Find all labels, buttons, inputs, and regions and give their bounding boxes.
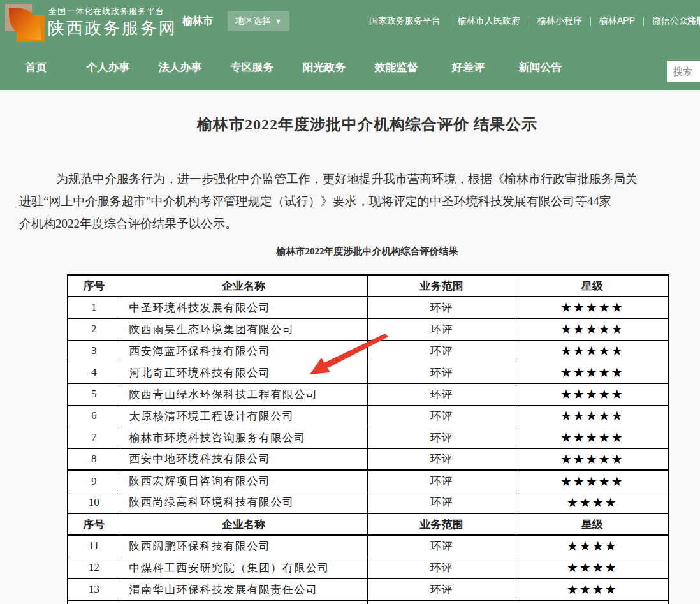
table-row: 6太原核清环境工程设计有限公司环评★★★★★ bbox=[68, 405, 669, 427]
star-rating: ★★★★ bbox=[516, 578, 669, 600]
nav-item[interactable]: 法人办事 bbox=[144, 60, 216, 75]
company-name: 陕西宏辉项目咨询有限公司 bbox=[120, 470, 367, 492]
row-number: 13 bbox=[68, 578, 120, 600]
header-link[interactable]: 榆林APP bbox=[591, 15, 643, 27]
star-rating: ★★★★★ bbox=[516, 297, 669, 318]
register-link[interactable]: 注册 bbox=[687, 15, 700, 27]
star-rating: ★★★★★ bbox=[516, 340, 669, 362]
table-row: 4河北奇正环境科技有限公司环评★★★★★ bbox=[68, 362, 669, 383]
business-scope: 环评 bbox=[367, 362, 516, 383]
header-links: 国家政务服务平台榆林市人民政府榆林小程序榆林APP微信公众号 bbox=[361, 15, 700, 27]
nav-item[interactable]: 好差评 bbox=[432, 60, 504, 75]
search-input[interactable] bbox=[667, 61, 700, 82]
main-nav: 首页个人办事法人办事专区服务阳光政务效能监督好差评新闻公告 bbox=[0, 45, 700, 90]
header-link[interactable]: 国家政务服务平台 bbox=[361, 15, 449, 27]
empty-cell bbox=[68, 600, 120, 604]
results-table-wrap: 序号企业名称业务范围星级1中圣环境科技发展有限公司环评★★★★★2陕西雨昊生态环… bbox=[67, 274, 669, 604]
business-scope: 环评 bbox=[367, 427, 516, 448]
company-name: 中煤科工西安研究院（集团）有限公司 bbox=[120, 557, 367, 578]
star-rating: ★★★★★ bbox=[516, 470, 669, 492]
header-link[interactable]: 榆林小程序 bbox=[529, 15, 590, 27]
table-row: 13渭南华山环保科技发展有限责任公司环评★★★★ bbox=[68, 578, 669, 600]
star-rating: ★★★★ bbox=[516, 535, 669, 557]
table-row: 2陕西雨昊生态环境集团有限公司环评★★★★★ bbox=[68, 318, 669, 340]
table-row: 10陕西尚绿高科环境科技有限公司环评★★★★ bbox=[68, 492, 669, 513]
region-selector-label: 地区选择 bbox=[235, 15, 271, 27]
company-name: 陕西阔鹏环保科技有限公司 bbox=[120, 535, 367, 557]
company-name: 陕西青山绿水环保科技工程有限公司 bbox=[120, 383, 367, 405]
company-name: 渭南华山环保科技发展有限责任公司 bbox=[120, 578, 367, 600]
row-number: 8 bbox=[68, 448, 120, 470]
chevron-down-icon: ▼ bbox=[275, 17, 282, 25]
header-link[interactable]: 榆林市人民政府 bbox=[449, 15, 529, 27]
company-name: 陕西雨昊生态环境集团有限公司 bbox=[120, 318, 367, 340]
nav-item[interactable]: 首页 bbox=[0, 60, 72, 75]
business-scope: 环评 bbox=[367, 405, 516, 427]
row-number: 5 bbox=[68, 383, 120, 405]
empty-cell bbox=[367, 600, 516, 604]
region-selector-button[interactable]: 地区选择 ▼ bbox=[228, 11, 289, 31]
paragraph-line: 进驻“网上中介服务超市”中介机构考评管理规定（试行）》要求，现将评定的中圣环境科… bbox=[19, 190, 700, 212]
column-header: 企业名称 bbox=[120, 275, 367, 297]
row-number: 1 bbox=[68, 297, 120, 318]
row-number: 4 bbox=[68, 362, 120, 383]
column-header: 序号 bbox=[68, 275, 120, 297]
row-number: 3 bbox=[68, 340, 120, 362]
star-rating: ★★★★★ bbox=[516, 448, 669, 470]
header-divider bbox=[170, 10, 170, 34]
column-header: 业务范围 bbox=[367, 513, 516, 535]
table-row: 9陕西宏辉项目咨询有限公司环评★★★★★ bbox=[68, 470, 669, 492]
row-number: 12 bbox=[68, 557, 120, 578]
star-rating: ★★★★★ bbox=[516, 405, 669, 427]
star-rating: ★★★★★ bbox=[516, 362, 669, 383]
top-header: 全国一体化在线政务服务平台 陕西政务服务网 榆林市 地区选择 ▼ 国家政务服务平… bbox=[0, 0, 700, 45]
star-rating: ★★★★ bbox=[516, 557, 669, 578]
business-scope: 环评 bbox=[367, 557, 516, 578]
business-scope: 环评 bbox=[367, 535, 516, 557]
table-header-row: 序号企业名称业务范围星级 bbox=[68, 275, 669, 297]
paragraph-line: 为规范中介服务行为，进一步强化中介监管工作，更好地提升我市营商环境，根据《榆林市… bbox=[19, 168, 700, 190]
row-number: 9 bbox=[68, 470, 120, 492]
nav-item[interactable]: 个人办事 bbox=[72, 60, 144, 75]
paragraph-line: 介机构2022年度综合评价结果予以公示。 bbox=[19, 212, 700, 235]
column-header: 星级 bbox=[516, 513, 669, 535]
star-rating: ★★★★★ bbox=[516, 427, 669, 448]
business-scope: 环评 bbox=[367, 470, 516, 492]
business-scope: 环评 bbox=[367, 383, 516, 405]
results-table: 序号企业名称业务范围星级1中圣环境科技发展有限公司环评★★★★★2陕西雨昊生态环… bbox=[67, 274, 669, 604]
empty-cell bbox=[120, 600, 367, 604]
company-name: 西安海蓝环保科技有限公司 bbox=[120, 340, 367, 362]
business-scope: 环评 bbox=[367, 492, 516, 513]
table-row: 7榆林市环境科技咨询服务有限公司环评★★★★★ bbox=[68, 427, 669, 448]
announcement-paragraph: 为规范中介服务行为，进一步强化中介监管工作，更好地提升我市营商环境，根据《榆林市… bbox=[19, 168, 700, 235]
table-row: 1中圣环境科技发展有限公司环评★★★★★ bbox=[68, 297, 669, 318]
business-scope: 环评 bbox=[367, 578, 516, 600]
column-header: 企业名称 bbox=[120, 513, 367, 535]
business-scope: 环评 bbox=[367, 448, 516, 470]
company-name: 榆林市环境科技咨询服务有限公司 bbox=[120, 427, 367, 448]
site-logo[interactable] bbox=[5, 3, 45, 42]
nav-item[interactable]: 专区服务 bbox=[216, 60, 288, 75]
nav-item[interactable]: 新闻公告 bbox=[504, 60, 576, 75]
row-number: 6 bbox=[68, 405, 120, 427]
table-row: 12中煤科工西安研究院（集团）有限公司环评★★★★ bbox=[68, 557, 669, 578]
column-header: 业务范围 bbox=[367, 275, 516, 297]
column-header: 序号 bbox=[68, 513, 120, 535]
company-name: 太原核清环境工程设计有限公司 bbox=[120, 405, 367, 427]
current-city-label: 榆林市 bbox=[182, 15, 213, 28]
table-row: 3西安海蓝环保科技有限公司环评★★★★★ bbox=[68, 340, 669, 362]
row-number: 7 bbox=[68, 427, 120, 448]
star-rating: ★★★★★ bbox=[516, 318, 669, 340]
empty-cell bbox=[516, 600, 669, 604]
business-scope: 环评 bbox=[367, 297, 516, 318]
table-row: 11陕西阔鹏环保科技有限公司环评★★★★ bbox=[68, 535, 669, 557]
site-name: 陕西政务服务网 bbox=[48, 17, 177, 40]
nav-item[interactable]: 阳光政务 bbox=[288, 60, 360, 75]
table-row: 8西安中地环境科技有限公司环评★★★★★ bbox=[68, 448, 669, 470]
table-caption: 榆林市2022年度涉批中介机构综合评价结果 bbox=[0, 246, 700, 258]
star-rating: ★★★★ bbox=[516, 492, 669, 513]
table-row-partial bbox=[68, 600, 669, 604]
nav-item[interactable]: 效能监督 bbox=[360, 60, 432, 75]
company-name: 西安中地环境科技有限公司 bbox=[120, 448, 367, 470]
logo-leaf-icon bbox=[9, 8, 41, 40]
